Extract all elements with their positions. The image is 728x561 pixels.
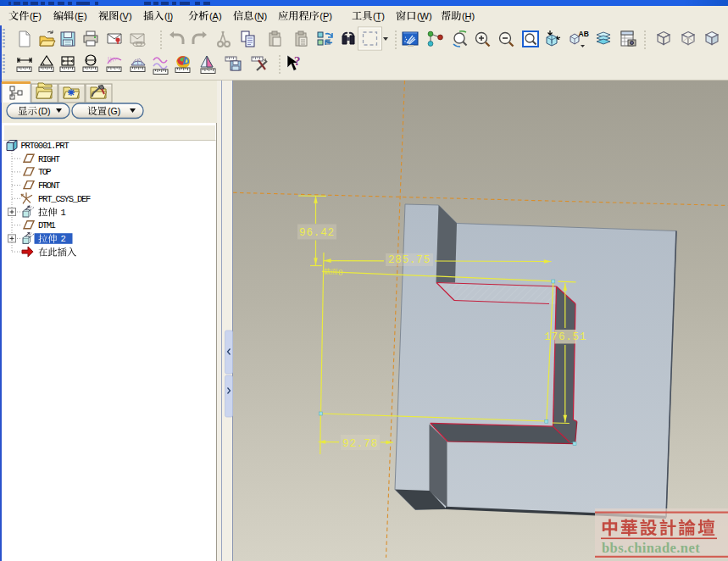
svg-text:(N): (N) — [254, 11, 267, 21]
svg-text:FRONT: FRONT — [38, 181, 60, 191]
svg-text:TOP: TOP — [38, 167, 52, 177]
svg-text:(E): (E) — [75, 11, 87, 21]
svg-text:(V): (V) — [119, 11, 132, 21]
svg-text:(F): (F) — [30, 11, 42, 21]
svg-text:92.78: 92.78 — [342, 438, 378, 450]
svg-text:176.51: 176.51 — [544, 331, 586, 343]
svg-text:(): () — [338, 268, 343, 275]
svg-text:(D): (D) — [38, 106, 51, 116]
svg-text:96.42: 96.42 — [299, 227, 335, 239]
svg-text:(T): (T) — [373, 11, 385, 21]
svg-text:1: 1 — [61, 208, 66, 218]
svg-text:(P): (P) — [320, 11, 332, 21]
svg-text:(A): (A) — [209, 11, 222, 21]
svg-text:RIGHT: RIGHT — [38, 154, 60, 164]
svg-text:PRT0001.PRT: PRT0001.PRT — [21, 141, 69, 151]
svg-text:DTM1: DTM1 — [38, 220, 56, 231]
svg-text:bbs.chinade.net: bbs.chinade.net — [602, 540, 700, 556]
svg-text:?: ? — [294, 54, 301, 68]
svg-text:(W): (W) — [417, 11, 432, 21]
svg-text:PRT_CSYS_DEF: PRT_CSYS_DEF — [38, 194, 91, 204]
svg-text:2: 2 — [61, 234, 66, 244]
svg-text:(G): (G) — [108, 106, 120, 116]
svg-text:AB: AB — [579, 30, 589, 38]
svg-text:(H): (H) — [462, 11, 475, 21]
svg-text:(I): (I) — [164, 11, 173, 21]
svg-text:285.75: 285.75 — [388, 254, 431, 266]
